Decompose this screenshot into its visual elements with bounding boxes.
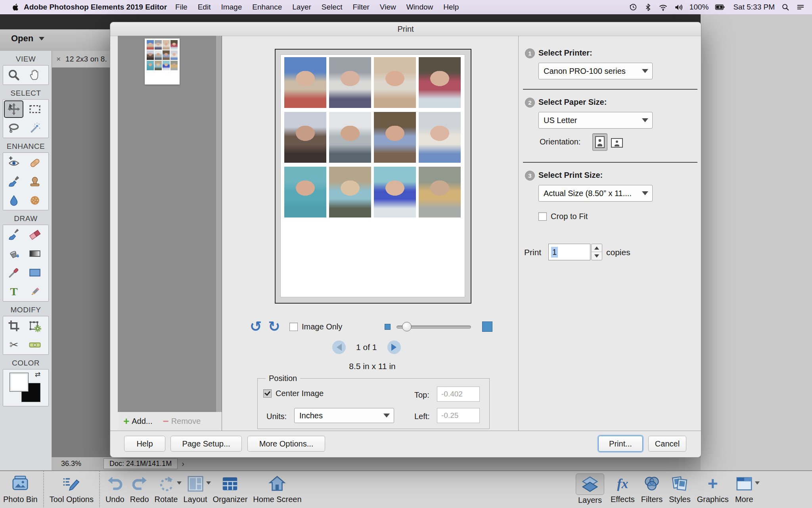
type-tool[interactable]: T	[3, 282, 24, 301]
pencil-tool-icon	[28, 285, 42, 298]
previous-page-button[interactable]	[332, 341, 346, 354]
paint-bucket-tool[interactable]	[3, 244, 24, 263]
taskbar-organizer[interactable]: Organizer	[213, 471, 248, 508]
top-input[interactable]: -0.402	[437, 387, 480, 402]
taskbar-photo-bin[interactable]: Photo Bin	[3, 471, 38, 508]
taskbar-undo[interactable]: Undo	[105, 471, 124, 508]
image-only-checkbox[interactable]	[289, 323, 298, 331]
orientation-landscape-button[interactable]	[610, 135, 624, 151]
swap-colors-icon[interactable]: ⇄	[35, 370, 40, 379]
print-item-thumbnail[interactable]	[145, 38, 180, 85]
print-size-select[interactable]: Actual Size (8.50” x 11....	[538, 185, 653, 202]
zoom-in-icon[interactable]	[482, 321, 492, 332]
zoom-percent[interactable]: 36.3%	[61, 460, 81, 468]
cookie-cutter-tool[interactable]: ✂	[3, 335, 24, 354]
menu-edit[interactable]: Edit	[198, 3, 211, 12]
help-button[interactable]: Help	[124, 436, 165, 452]
copies-input[interactable]: 1	[548, 244, 590, 260]
red-eye-tool[interactable]	[3, 153, 24, 172]
taskbar-rotate[interactable]: Rotate	[155, 471, 178, 508]
print-button[interactable]: Print...	[598, 436, 643, 452]
taskbar-filters[interactable]: Filters	[641, 471, 663, 508]
time-machine-icon[interactable]	[629, 3, 638, 12]
taskbar-more[interactable]: More	[735, 471, 753, 508]
sponge-tool[interactable]	[24, 191, 45, 210]
lasso-tool[interactable]	[3, 119, 24, 138]
marquee-tool[interactable]	[24, 100, 45, 119]
svg-text:T: T	[10, 285, 17, 298]
spot-heal-tool[interactable]	[24, 153, 45, 172]
zoom-tool[interactable]	[3, 65, 24, 85]
brush-tool[interactable]	[3, 225, 24, 244]
printer-select[interactable]: Canon PRO-100 series	[538, 63, 653, 79]
eraser-tool[interactable]	[24, 225, 45, 244]
taskbar-styles[interactable]: Styles	[669, 471, 690, 508]
menu-help[interactable]: Help	[443, 3, 459, 12]
search-icon[interactable]	[781, 3, 790, 12]
rotate-left-button[interactable]: ↺	[250, 320, 262, 333]
eyedropper-tool[interactable]	[3, 263, 24, 282]
crop-to-fit-checkbox[interactable]	[538, 212, 547, 221]
units-select[interactable]: Inches	[294, 408, 394, 423]
slider-knob[interactable]	[402, 322, 412, 331]
taskbar-effects[interactable]: fxEffects	[611, 471, 635, 508]
recompose-tool[interactable]	[24, 316, 45, 335]
move-tool[interactable]	[4, 100, 23, 118]
copies-stepper[interactable]	[591, 244, 602, 260]
menu-image[interactable]: Image	[221, 3, 242, 12]
lasso-tool-icon	[7, 121, 21, 135]
taskbar-layout[interactable]: Layout	[183, 471, 207, 508]
page-setup-button[interactable]: Page Setup...	[170, 436, 242, 452]
volume-icon[interactable]	[674, 3, 683, 12]
taskbar-home-screen[interactable]: Home Screen	[253, 471, 301, 508]
menu-file[interactable]: File	[175, 3, 188, 12]
taskbar-item-label: Organizer	[213, 495, 248, 504]
taskbar-item-label: Graphics	[697, 495, 729, 504]
open-button[interactable]: Open	[11, 33, 44, 44]
rotate-right-button[interactable]: ↻	[268, 320, 280, 333]
menu-view[interactable]: View	[380, 3, 396, 12]
hand-tool[interactable]	[24, 65, 45, 85]
taskbar-layers[interactable]: Layers	[576, 471, 604, 508]
remove-button[interactable]: Remove	[171, 417, 201, 426]
left-input[interactable]: -0.25	[437, 408, 480, 423]
next-page-button[interactable]	[387, 341, 401, 354]
clone-stamp-tool[interactable]	[24, 172, 45, 191]
taskbar-right: LayersfxEffectsFiltersStyles+GraphicsMor…	[576, 471, 753, 508]
doc-info-expand-icon[interactable]: ›	[182, 459, 184, 468]
taskbar-graphics[interactable]: +Graphics	[697, 471, 729, 508]
print-dialog-title: Print	[110, 22, 701, 36]
smart-brush-tool[interactable]	[3, 172, 24, 191]
cancel-button[interactable]: Cancel	[648, 436, 686, 452]
add-button[interactable]: Add...	[132, 417, 152, 426]
menu-enhance[interactable]: Enhance	[252, 3, 282, 12]
taskbar-redo[interactable]: Redo	[130, 471, 149, 508]
battery-icon[interactable]	[715, 2, 725, 12]
strip-scrollbar[interactable]	[216, 36, 222, 412]
stepper-up-icon[interactable]	[592, 244, 602, 252]
wifi-icon[interactable]	[659, 3, 668, 12]
foreground-color-swatch[interactable]	[10, 373, 29, 392]
taskbar-tool-options[interactable]: Tool Options	[43, 471, 100, 508]
close-tab-icon[interactable]: ×	[56, 55, 61, 64]
stepper-down-icon[interactable]	[592, 252, 602, 260]
pencil-tool[interactable]	[24, 282, 45, 301]
center-image-checkbox[interactable]	[263, 389, 272, 398]
menu-select[interactable]: Select	[322, 3, 343, 12]
zoom-out-icon[interactable]	[385, 324, 391, 330]
crop-tool[interactable]	[3, 316, 24, 335]
list-icon[interactable]	[796, 3, 805, 12]
apple-menu-icon[interactable]	[12, 3, 20, 11]
more-options-button[interactable]: More Options...	[247, 436, 325, 452]
shape-tool[interactable]	[24, 263, 45, 282]
menu-filter[interactable]: Filter	[353, 3, 370, 12]
bluetooth-icon[interactable]	[644, 3, 652, 12]
menu-layer[interactable]: Layer	[292, 3, 311, 12]
straighten-tool[interactable]	[24, 335, 45, 354]
orientation-portrait-button[interactable]	[592, 133, 607, 151]
gradient-tool[interactable]	[24, 244, 45, 263]
paper-size-select[interactable]: US Letter	[538, 112, 653, 129]
magic-wand-tool[interactable]	[24, 119, 45, 138]
blur-tool[interactable]	[3, 191, 24, 210]
menu-window[interactable]: Window	[406, 3, 433, 12]
